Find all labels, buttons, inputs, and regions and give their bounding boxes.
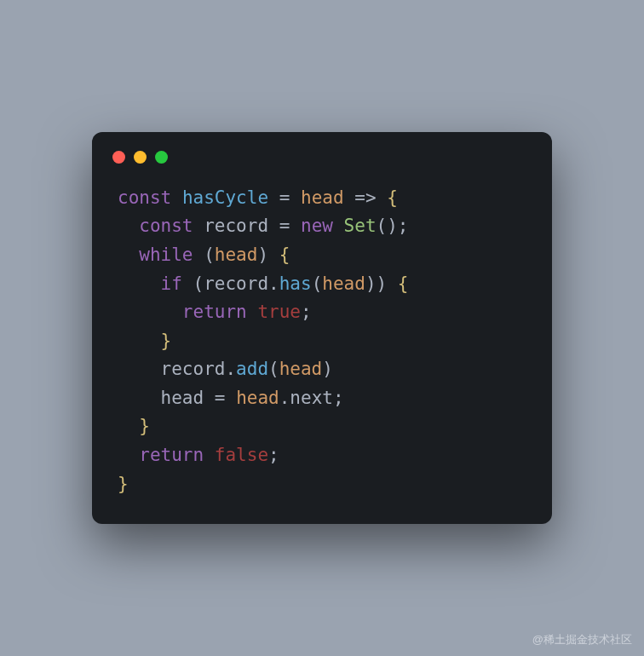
- code-token: [118, 445, 139, 465]
- code-token: record: [204, 273, 268, 294]
- code-token: }: [118, 474, 129, 494]
- code-token: [118, 273, 161, 294]
- code-token: [193, 216, 204, 236]
- code-token: head: [236, 388, 279, 408]
- code-token: {: [387, 187, 398, 208]
- code-token: =: [279, 187, 290, 208]
- code-token: head: [279, 359, 323, 379]
- code-token: hasCycle: [182, 187, 268, 208]
- code-token: head: [215, 245, 258, 265]
- code-token: [118, 245, 139, 265]
- watermark: @稀土掘金技术社区: [532, 632, 632, 647]
- code-token: (: [204, 245, 215, 265]
- code-token: (: [312, 273, 323, 294]
- code-token: .: [279, 388, 290, 408]
- code-line: while (head) {: [118, 241, 526, 270]
- code-token: [225, 388, 236, 408]
- code-token: if: [161, 273, 182, 294]
- title-bar: [92, 151, 552, 184]
- code-token: )): [365, 273, 398, 294]
- code-token: [290, 187, 301, 208]
- code-line: const record = new Set();: [118, 212, 526, 241]
- code-area: const hasCycle = head => { const record …: [92, 184, 552, 499]
- code-token: const: [118, 187, 171, 208]
- code-token: [118, 416, 139, 436]
- code-token: ): [322, 359, 333, 379]
- code-token: [182, 273, 193, 294]
- code-token: [333, 216, 344, 236]
- code-token: (: [193, 273, 204, 294]
- code-token: =: [279, 216, 290, 236]
- code-token: =>: [354, 187, 376, 208]
- code-line: record.add(head): [118, 355, 526, 384]
- code-token: .: [268, 273, 279, 294]
- code-token: }: [161, 331, 172, 351]
- code-token: (: [268, 359, 279, 379]
- code-token: [118, 359, 161, 379]
- maximize-icon[interactable]: [155, 151, 168, 164]
- code-token: ();: [377, 216, 409, 236]
- code-token: ;: [268, 445, 279, 465]
- code-token: has: [279, 273, 312, 294]
- code-token: record: [161, 359, 226, 379]
- code-token: [377, 187, 388, 208]
- code-token: next: [290, 388, 333, 408]
- minimize-icon[interactable]: [134, 151, 147, 164]
- code-token: }: [139, 416, 150, 436]
- code-token: ): [257, 245, 279, 265]
- code-token: [268, 216, 279, 236]
- code-token: add: [236, 359, 268, 379]
- code-token: [118, 216, 139, 236]
- code-line: const hasCycle = head => {: [118, 184, 526, 213]
- code-token: [344, 187, 355, 208]
- code-token: [204, 388, 215, 408]
- code-line: return false;: [118, 441, 526, 470]
- code-token: return: [182, 302, 247, 322]
- code-line: }: [118, 470, 526, 499]
- code-token: [268, 187, 279, 208]
- code-line: head = head.next;: [118, 384, 526, 413]
- code-line: if (record.has(head)) {: [118, 270, 526, 299]
- code-window: const hasCycle = head => { const record …: [92, 132, 552, 525]
- code-token: [193, 245, 204, 265]
- code-token: [290, 216, 301, 236]
- code-token: {: [279, 245, 290, 265]
- code-token: [118, 302, 182, 322]
- code-token: head: [161, 388, 204, 408]
- code-token: record: [204, 216, 268, 236]
- close-icon[interactable]: [112, 151, 125, 164]
- code-token: =: [215, 388, 226, 408]
- code-token: const: [139, 216, 193, 236]
- code-token: return: [139, 445, 204, 465]
- code-token: head: [322, 273, 365, 294]
- code-token: false: [215, 445, 268, 465]
- code-token: [118, 388, 161, 408]
- code-token: true: [257, 302, 301, 322]
- code-token: [204, 445, 215, 465]
- code-token: .: [225, 359, 236, 379]
- code-line: return true;: [118, 298, 526, 327]
- code-token: {: [398, 273, 409, 294]
- code-line: }: [118, 327, 526, 356]
- code-token: Set: [344, 216, 377, 236]
- code-token: [118, 331, 161, 351]
- code-line: }: [118, 412, 526, 441]
- code-token: [171, 187, 182, 208]
- code-token: ;: [333, 388, 344, 408]
- code-token: [247, 302, 258, 322]
- code-token: while: [139, 245, 193, 265]
- code-token: new: [301, 216, 333, 236]
- code-token: ;: [301, 302, 312, 322]
- code-token: head: [301, 187, 344, 208]
